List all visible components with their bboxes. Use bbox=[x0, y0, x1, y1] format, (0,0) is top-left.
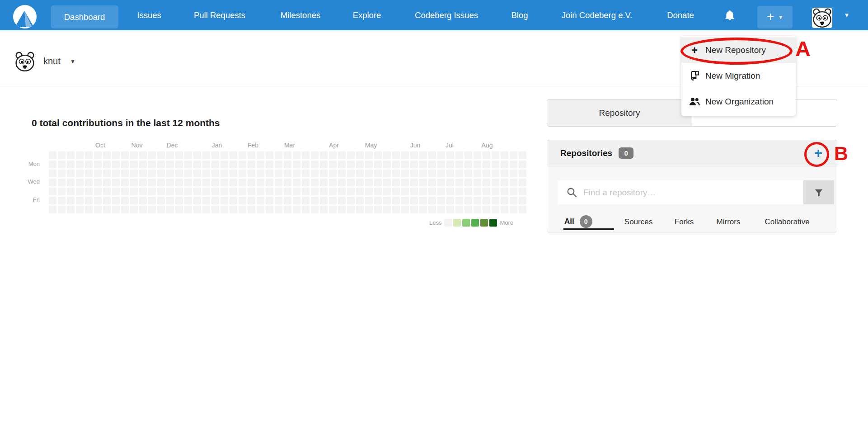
heatmap-cell bbox=[49, 197, 56, 204]
month-label-mar: Mar bbox=[284, 142, 295, 149]
heatmap-cell bbox=[320, 197, 328, 204]
legend-swatch-1 bbox=[453, 219, 461, 227]
heatmap-cell bbox=[437, 161, 445, 168]
heatmap-cell bbox=[329, 161, 337, 168]
profile-avatar[interactable] bbox=[14, 51, 35, 72]
heatmap-cell bbox=[392, 206, 400, 213]
heatmap-cell bbox=[202, 197, 210, 204]
heatmap-cell bbox=[58, 161, 66, 168]
menu-item-new-repository[interactable]: +New Repository bbox=[681, 37, 796, 63]
nav-item-blog[interactable]: Blog bbox=[511, 0, 528, 30]
heatmap-cell bbox=[284, 170, 291, 177]
heatmap-cell bbox=[464, 188, 472, 195]
tab-all-label: All bbox=[564, 217, 574, 226]
heatmap-cell bbox=[383, 161, 391, 168]
heatmap-cell bbox=[76, 206, 84, 213]
nav-item-issues[interactable]: Issues bbox=[137, 0, 161, 30]
heatmap-cell bbox=[175, 197, 183, 204]
heatmap-cell bbox=[455, 151, 463, 159]
heatmap-cell bbox=[437, 197, 445, 204]
heatmap-cell bbox=[293, 206, 300, 213]
heatmap-cell bbox=[492, 197, 499, 204]
heatmap-cell bbox=[401, 161, 409, 168]
heatmap-cell bbox=[221, 170, 228, 177]
heatmap-cell bbox=[193, 206, 201, 213]
heatmap-cell bbox=[248, 188, 255, 195]
create-new-button[interactable]: + ▼ bbox=[757, 6, 793, 28]
heatmap-cell bbox=[437, 188, 445, 195]
heatmap-cell bbox=[193, 179, 201, 186]
heatmap-cell bbox=[483, 151, 490, 159]
heatmap-cell bbox=[320, 151, 328, 159]
heatmap-cell bbox=[347, 179, 355, 186]
nav-item-explore[interactable]: Explore bbox=[353, 0, 381, 30]
heatmap-cell bbox=[320, 188, 328, 195]
heatmap-cell bbox=[94, 179, 102, 186]
heatmap-cell bbox=[338, 161, 346, 168]
heatmap-cell bbox=[428, 197, 436, 204]
month-label-oct: Oct bbox=[95, 142, 105, 149]
user-avatar[interactable] bbox=[812, 8, 832, 28]
nav-item-join-codeberg-e-v-[interactable]: Join Codeberg e.V. bbox=[562, 0, 633, 30]
heatmap-cell bbox=[492, 188, 499, 195]
heatmap-cell bbox=[338, 206, 346, 213]
heatmap-cell bbox=[85, 197, 93, 204]
menu-item-label: New Organization bbox=[705, 97, 774, 107]
heatmap-cell bbox=[455, 197, 463, 204]
heatmap-cell bbox=[293, 179, 300, 186]
active-tab-underline bbox=[563, 228, 614, 230]
heatmap-cell bbox=[510, 179, 517, 186]
heatmap-cell bbox=[193, 170, 201, 177]
heatmap-cell bbox=[130, 188, 138, 195]
heatmap-cell bbox=[148, 188, 156, 195]
notifications-bell-icon[interactable] bbox=[721, 0, 739, 30]
menu-item-new-organization[interactable]: New Organization bbox=[681, 89, 796, 114]
heatmap-cell bbox=[383, 188, 391, 195]
nav-item-pull-requests[interactable]: Pull Requests bbox=[194, 0, 245, 30]
heatmap-cell bbox=[184, 179, 192, 186]
tab-collaborative[interactable]: Collaborative bbox=[765, 216, 809, 228]
nav-item-codeberg-issues[interactable]: Codeberg Issues bbox=[415, 0, 478, 30]
tab-forks[interactable]: Forks bbox=[675, 216, 694, 228]
tab-all[interactable]: All0 bbox=[564, 215, 592, 228]
heatmap-cell bbox=[112, 188, 120, 195]
codeberg-logo-icon[interactable] bbox=[13, 5, 37, 28]
heatmap-cell bbox=[501, 151, 508, 159]
user-menu-chevron-down-icon[interactable]: ▼ bbox=[844, 0, 850, 30]
heatmap-cell bbox=[510, 161, 517, 168]
tab-mirrors[interactable]: Mirrors bbox=[717, 216, 741, 228]
heatmap-cell bbox=[392, 188, 400, 195]
heatmap-cell bbox=[329, 197, 337, 204]
nav-item-dashboard[interactable]: Dashboard bbox=[51, 5, 118, 28]
nav-item-donate[interactable]: Donate bbox=[667, 0, 694, 30]
heatmap-cell bbox=[464, 206, 472, 213]
heatmap-cell bbox=[103, 197, 111, 204]
tab-sources[interactable]: Sources bbox=[624, 216, 652, 228]
heatmap-cell bbox=[85, 179, 93, 186]
heatmap-cell bbox=[519, 188, 526, 195]
heatmap-cell bbox=[356, 206, 364, 213]
add-repository-button[interactable]: + bbox=[814, 140, 822, 166]
menu-item-new-migration[interactable]: New Migration bbox=[681, 63, 796, 89]
heatmap-cell bbox=[401, 206, 409, 213]
nav-item-milestones[interactable]: Milestones bbox=[281, 0, 320, 30]
heatmap-cell bbox=[76, 197, 84, 204]
heatmap-cell bbox=[148, 197, 156, 204]
heatmap-cell bbox=[58, 197, 66, 204]
username-chevron-down-icon[interactable]: ▼ bbox=[70, 58, 75, 65]
heatmap-cell bbox=[248, 151, 255, 159]
heatmap-cell bbox=[347, 170, 355, 177]
heatmap-cell bbox=[446, 170, 454, 177]
heatmap-cell bbox=[474, 179, 481, 186]
repository-search-input[interactable] bbox=[558, 180, 803, 204]
username-label[interactable]: knut bbox=[43, 56, 61, 66]
heatmap-cell bbox=[76, 151, 84, 159]
heatmap-cell bbox=[94, 197, 102, 204]
repository-filter-button[interactable] bbox=[803, 180, 834, 204]
heatmap-cell bbox=[202, 170, 210, 177]
heatmap-cell bbox=[103, 170, 111, 177]
tab-repository[interactable]: Repository bbox=[547, 99, 692, 126]
month-label-jul: Jul bbox=[446, 142, 454, 149]
heatmap-cell bbox=[365, 206, 373, 213]
heatmap-cell bbox=[130, 206, 138, 213]
